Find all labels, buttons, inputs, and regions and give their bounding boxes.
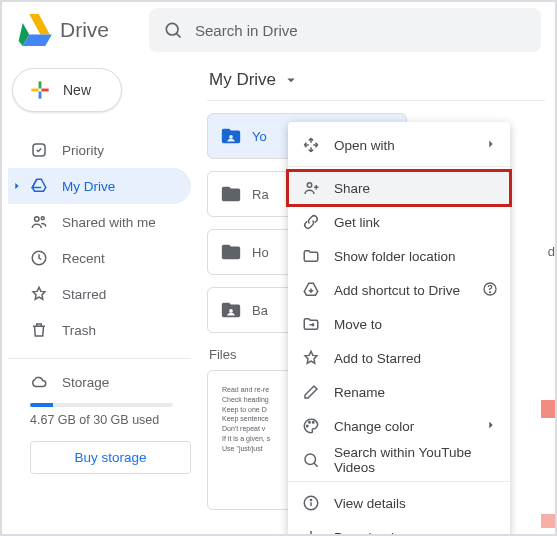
svg-point-13: [305, 454, 316, 465]
app-logo-block: Drive: [16, 14, 109, 46]
menu-download[interactable]: Download: [288, 520, 510, 536]
sidebar-item-my-drive[interactable]: My Drive: [8, 168, 191, 204]
cloud-icon: [30, 373, 48, 391]
sidebar-item-shared[interactable]: Shared with me: [8, 204, 191, 240]
svg-point-7: [307, 183, 312, 188]
move-to-icon: [302, 315, 320, 333]
drive-shortcut-icon: [302, 281, 320, 299]
menu-label: Add shortcut to Drive: [334, 283, 460, 298]
menu-label: Rename: [334, 385, 385, 400]
download-icon: [302, 528, 320, 536]
folder-label: Ho: [252, 245, 269, 260]
star-icon: [302, 349, 320, 367]
help-icon: [482, 281, 498, 300]
search-input[interactable]: Search in Drive: [149, 8, 541, 52]
sidebar-item-label: Recent: [62, 251, 105, 266]
search-placeholder: Search in Drive: [195, 22, 298, 39]
storage-usage-text: 4.67 GB of 30 GB used: [8, 413, 191, 437]
svg-point-2: [35, 217, 40, 222]
sidebar-item-label: Trash: [62, 323, 96, 338]
chevron-right-icon: [484, 137, 498, 154]
storage-label: Storage: [62, 375, 109, 390]
sidebar-item-starred[interactable]: Starred: [8, 276, 191, 312]
menu-label: Change color: [334, 419, 414, 434]
drive-icon: [30, 177, 48, 195]
storage-meter: [30, 403, 173, 407]
menu-move-to[interactable]: Move to: [288, 307, 510, 341]
svg-point-11: [309, 422, 311, 424]
svg-point-0: [166, 23, 178, 35]
highlight-strip: [541, 514, 555, 528]
menu-rename[interactable]: Rename: [288, 375, 510, 409]
menu-view-details[interactable]: View details: [288, 486, 510, 520]
menu-add-shortcut[interactable]: Add shortcut to Drive: [288, 273, 510, 307]
menu-label: Show folder location: [334, 249, 456, 264]
folder-label: Yo: [252, 129, 267, 144]
sidebar-item-trash[interactable]: Trash: [8, 312, 191, 348]
svg-point-12: [313, 422, 315, 424]
shared-folder-icon: [220, 299, 242, 321]
svg-point-15: [310, 499, 311, 500]
menu-label: Download: [334, 530, 394, 537]
info-icon: [302, 494, 320, 512]
menu-share[interactable]: Share: [288, 171, 510, 205]
shared-folder-icon: [220, 125, 242, 147]
sidebar: New Priority My Drive Shared with me: [2, 58, 197, 534]
priority-icon: [30, 141, 48, 159]
folder-label: Ba: [252, 303, 268, 318]
chevron-down-icon: [282, 71, 300, 89]
person-add-icon: [302, 179, 320, 197]
breadcrumb[interactable]: My Drive: [207, 68, 545, 100]
trash-icon: [30, 321, 48, 339]
menu-divider: [288, 481, 510, 482]
context-menu: Open with Share Get link Show folder loc…: [288, 122, 510, 536]
folder-icon: [220, 183, 242, 205]
open-with-icon: [302, 136, 320, 154]
sidebar-item-label: My Drive: [62, 179, 115, 194]
menu-add-starred[interactable]: Add to Starred: [288, 341, 510, 375]
menu-search-yt[interactable]: Search within YouTube Videos: [288, 443, 510, 477]
search-icon: [302, 451, 320, 469]
link-icon: [302, 213, 320, 231]
app-name: Drive: [60, 18, 109, 42]
divider: [8, 358, 191, 359]
menu-show-folder[interactable]: Show folder location: [288, 239, 510, 273]
star-icon: [30, 285, 48, 303]
menu-get-link[interactable]: Get link: [288, 205, 510, 239]
menu-open-with[interactable]: Open with: [288, 128, 510, 162]
breadcrumb-label: My Drive: [209, 70, 276, 90]
svg-point-6: [229, 309, 233, 313]
menu-label: Move to: [334, 317, 382, 332]
sidebar-item-label: Priority: [62, 143, 104, 158]
nav: Priority My Drive Shared with me Recent: [8, 132, 191, 348]
sidebar-item-storage[interactable]: Storage: [8, 369, 191, 395]
svg-point-3: [41, 217, 44, 220]
new-button-label: New: [63, 82, 91, 98]
folder-icon: [302, 247, 320, 265]
menu-label: View details: [334, 496, 406, 511]
buy-storage-button[interactable]: Buy storage: [30, 441, 191, 474]
search-icon: [163, 20, 183, 40]
clock-icon: [30, 249, 48, 267]
menu-change-color[interactable]: Change color: [288, 409, 510, 443]
sidebar-item-priority[interactable]: Priority: [8, 132, 191, 168]
menu-divider: [288, 166, 510, 167]
new-button[interactable]: New: [12, 68, 122, 112]
highlight-strip: [541, 400, 555, 418]
menu-label: Share: [334, 181, 370, 196]
chevron-right-icon: [484, 418, 498, 435]
svg-point-9: [490, 291, 491, 292]
svg-point-5: [229, 135, 233, 139]
sidebar-item-label: Shared with me: [62, 215, 156, 230]
sidebar-item-recent[interactable]: Recent: [8, 240, 191, 276]
folder-label: Ra: [252, 187, 269, 202]
plus-icon: [27, 77, 53, 103]
menu-label: Search within YouTube Videos: [334, 445, 496, 475]
menu-label: Add to Starred: [334, 351, 421, 366]
pencil-icon: [302, 383, 320, 401]
caret-right-icon: [12, 179, 22, 194]
folder-icon: [220, 241, 242, 263]
divider: [207, 100, 545, 101]
truncated-label: d: [548, 244, 555, 259]
menu-label: Open with: [334, 138, 395, 153]
